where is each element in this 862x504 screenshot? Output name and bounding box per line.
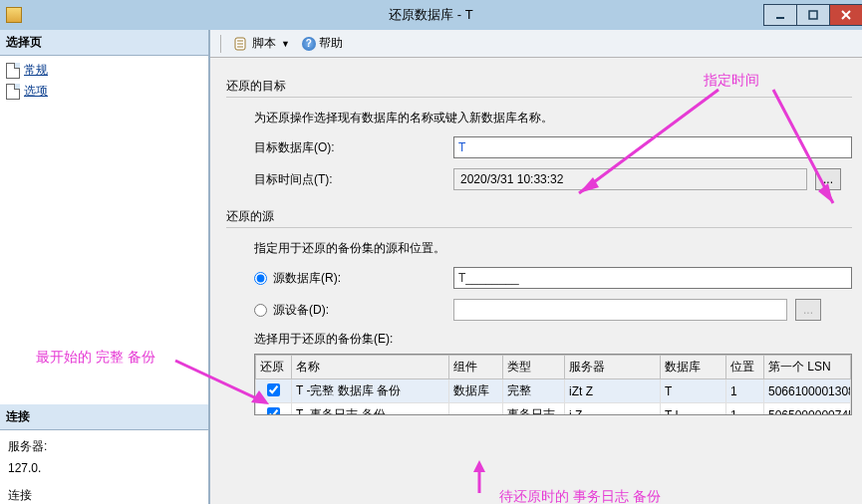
col-position[interactable]: 位置 — [726, 356, 764, 379]
backup-grid[interactable]: 还原 名称 组件 类型 服务器 数据库 位置 第一个 LSN T -完整 数据库… — [254, 354, 852, 415]
source-device-textbox — [453, 299, 787, 321]
target-time-value: 2020/3/31 10:33:32 — [453, 168, 807, 190]
target-hint: 为还原操作选择现有数据库的名称或键入新数据库名称。 — [254, 110, 852, 126]
backup-sets-label: 选择用于还原的备份集(E): — [254, 331, 852, 348]
annotation-log: 待还原时的 事务日志 备份 — [499, 488, 661, 504]
col-restore[interactable]: 还原 — [256, 356, 292, 379]
cell-database: T — [661, 379, 726, 403]
target-db-combo[interactable] — [453, 136, 852, 158]
device-browse-button[interactable]: ... — [795, 299, 821, 321]
server-value: 127.0. — [8, 458, 200, 480]
table-row[interactable]: T -事务日志 备份事务日志i ZT L15065000000745 — [256, 403, 851, 416]
target-time-label: 目标时间点(T): — [254, 171, 453, 188]
close-button[interactable] — [829, 4, 862, 26]
source-db-radio-label: 源数据库(R): — [273, 270, 341, 287]
minimize-button[interactable] — [763, 4, 797, 26]
source-db-combo[interactable] — [453, 267, 852, 289]
script-label: 脚本 — [252, 35, 276, 52]
app-icon — [6, 7, 22, 23]
source-db-radio[interactable]: 源数据库(R): — [254, 270, 453, 287]
cell-component: 数据库 — [449, 379, 503, 403]
target-db-label: 目标数据库(O): — [254, 139, 453, 156]
cell-server: iZt Z — [565, 379, 661, 403]
cell-name: T -完整 数据库 备份 — [292, 379, 449, 403]
svg-marker-13 — [473, 460, 485, 472]
cell-server: i Z — [565, 403, 661, 416]
connection-info: 服务器: 127.0. 连接 — [0, 430, 208, 504]
chevron-down-icon: ▼ — [281, 39, 290, 49]
help-label: 帮助 — [319, 35, 343, 52]
maximize-button[interactable] — [796, 4, 830, 26]
col-first-lsn[interactable]: 第一个 LSN — [764, 356, 851, 379]
source-section-title: 还原的源 — [226, 208, 852, 225]
connection-label: 连接 — [8, 485, 200, 504]
restore-checkbox[interactable] — [267, 407, 280, 416]
left-pane: 选择页 常规 选项 连接 服务器: 127.0. 连接 — [0, 30, 210, 504]
cell-database: T L — [661, 403, 726, 416]
col-name[interactable]: 名称 — [292, 356, 449, 379]
target-section-title: 还原的目标 — [226, 78, 852, 95]
nav-link-general[interactable]: 常规 — [24, 62, 48, 79]
cell-position: 1 — [726, 403, 764, 416]
restore-checkbox[interactable] — [267, 383, 280, 396]
time-browse-button[interactable]: ... — [815, 168, 841, 190]
cell-first-lsn: 5066100001308 — [764, 379, 851, 403]
window-title: 还原数据库 - T — [389, 6, 473, 24]
help-icon: ? — [302, 37, 316, 51]
cell-position: 1 — [726, 379, 764, 403]
script-button[interactable]: 脚本 ▼ — [229, 33, 294, 54]
cell-first-lsn: 5065000000745 — [764, 403, 851, 416]
cell-name: T -事务日志 备份 — [292, 403, 449, 416]
source-device-radio[interactable]: 源设备(D): — [254, 302, 453, 319]
script-icon — [233, 36, 249, 52]
col-server[interactable]: 服务器 — [565, 356, 661, 379]
cell-component — [449, 403, 503, 416]
help-button[interactable]: ? 帮助 — [298, 33, 347, 54]
source-db-radio-input[interactable] — [254, 272, 267, 285]
right-pane: 脚本 ▼ ? 帮助 还原的目标 为还原操作选择现有数据库的名称或键入新数据库名称… — [210, 30, 862, 504]
source-device-radio-label: 源设备(D): — [273, 302, 329, 319]
window-buttons — [763, 4, 862, 26]
table-row[interactable]: T -完整 数据库 备份数据库完整iZt ZT15066100001308 — [256, 379, 851, 403]
page-icon — [6, 63, 20, 79]
title-bar: 还原数据库 - T — [0, 0, 862, 30]
col-database[interactable]: 数据库 — [661, 356, 726, 379]
cell-type: 完整 — [503, 379, 565, 403]
col-type[interactable]: 类型 — [503, 356, 565, 379]
source-hint: 指定用于还原的备份集的源和位置。 — [254, 240, 852, 257]
cell-type: 事务日志 — [503, 403, 565, 416]
nav-link-options[interactable]: 选项 — [24, 83, 48, 100]
col-component[interactable]: 组件 — [449, 356, 503, 379]
nav-item-general[interactable]: 常规 — [2, 60, 206, 81]
svg-rect-1 — [809, 11, 817, 19]
server-label: 服务器: — [8, 436, 200, 458]
nav-item-options[interactable]: 选项 — [2, 81, 206, 102]
source-device-radio-input[interactable] — [254, 304, 267, 317]
select-page-header: 选择页 — [0, 30, 208, 56]
connection-header: 连接 — [0, 404, 208, 430]
page-icon — [6, 84, 20, 100]
toolbar: 脚本 ▼ ? 帮助 — [210, 30, 862, 58]
